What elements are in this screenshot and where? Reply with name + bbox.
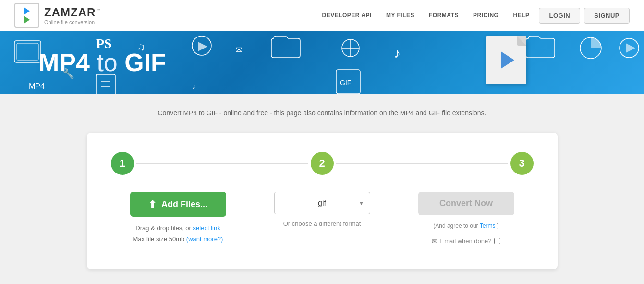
file-shape	[486, 36, 526, 84]
svg-rect-1	[17, 43, 38, 60]
step-3-terms: (And agree to our Terms )	[433, 221, 499, 232]
svg-point-12	[580, 37, 601, 59]
banner-title: MP4 to GIF	[38, 48, 166, 77]
step-2-circle: 2	[311, 152, 334, 175]
format-select[interactable]: gif mp4 avi mov wmv png jpg bmp	[274, 192, 370, 214]
svg-marker-5	[198, 42, 207, 51]
svg-marker-14	[626, 43, 635, 53]
svg-text:♪: ♪	[192, 82, 196, 90]
svg-text:♪: ♪	[394, 46, 401, 61]
svg-point-4	[192, 36, 211, 55]
terms-close: )	[497, 222, 499, 229]
step-3-circle: 3	[510, 152, 534, 175]
svg-rect-20	[336, 70, 360, 94]
svg-text:MP4: MP4	[29, 82, 45, 90]
step-1-panel: ⬆ Add Files... Drag & drop files, or sel…	[111, 192, 245, 245]
drag-drop-text: Drag & drop files, or	[135, 224, 191, 232]
svg-point-7	[342, 39, 359, 57]
email-checkbox[interactable]	[494, 238, 500, 244]
banner-file-icon	[486, 36, 538, 89]
conversion-box: 1 2 3 ⬆ Add Files... Drag & drop files, …	[87, 133, 558, 269]
email-row: ✉ Email when done?	[432, 237, 501, 245]
logo-tagline: Online file conversion	[44, 19, 101, 25]
description-text: Convert MP4 to GIF - online and free - t…	[19, 108, 625, 118]
logo-arrows	[24, 7, 30, 24]
main-content: Convert MP4 to GIF - online and free - t…	[0, 94, 644, 284]
select-link[interactable]: select link	[193, 224, 220, 232]
upload-icon: ⬆	[148, 198, 157, 210]
add-files-label: Add Files...	[161, 199, 207, 210]
svg-rect-16	[96, 74, 115, 94]
arrow-bottom-icon	[24, 16, 30, 24]
choose-format-hint: Or choose a different format	[283, 220, 361, 227]
svg-point-13	[620, 38, 639, 58]
svg-text:GIF: GIF	[340, 79, 351, 86]
want-more-link[interactable]: (want more?)	[186, 235, 223, 243]
nav-my-files[interactable]: MY FILES	[386, 12, 414, 19]
logo-name: ZAMZAR™	[44, 6, 101, 19]
svg-text:✉: ✉	[235, 45, 243, 55]
logo-icon	[14, 3, 39, 28]
login-button[interactable]: LOGIN	[539, 8, 580, 24]
nav-developer-api[interactable]: DEVELOPER API	[322, 12, 371, 19]
step-line-2	[336, 163, 508, 164]
convert-now-button[interactable]: Convert Now	[418, 192, 514, 215]
terms-link[interactable]: Terms	[480, 222, 496, 229]
file-corner	[517, 36, 526, 46]
email-icon: ✉	[432, 237, 437, 245]
banner: PS ♫ ✉ ♪ 🔧 MP4 ♪ GIF MP4 to GIF	[0, 31, 644, 94]
header: ZAMZAR™ Online file conversion DEVELOPER…	[0, 0, 644, 31]
step-2-panel: gif mp4 avi mov wmv png jpg bmp ▼ Or cho…	[255, 192, 389, 227]
format-select-wrap: gif mp4 avi mov wmv png jpg bmp ▼	[274, 192, 370, 214]
steps-row: 1 2 3	[111, 152, 534, 175]
nav-pricing[interactable]: PRICING	[473, 12, 499, 19]
logo-text: ZAMZAR™ Online file conversion	[44, 6, 101, 25]
arrow-top-icon	[24, 7, 30, 15]
terms-text: (And agree to our	[433, 222, 478, 229]
steps-content: ⬆ Add Files... Drag & drop files, or sel…	[111, 192, 534, 245]
email-label: Email when done?	[440, 237, 492, 245]
nav-help[interactable]: HELP	[513, 12, 529, 19]
step-1-circle: 1	[111, 152, 134, 175]
nav-links: DEVELOPER API MY FILES FORMATS PRICING H…	[322, 12, 529, 19]
max-size-text: Max file size 50mb	[133, 235, 185, 243]
step-3-panel: Convert Now (And agree to our Terms ) ✉ …	[399, 192, 534, 245]
signup-button[interactable]: SIGNUP	[584, 8, 630, 24]
step-1-hint: Drag & drop files, or select link Max fi…	[133, 222, 223, 245]
nav-formats[interactable]: FORMATS	[429, 12, 459, 19]
file-play-icon	[501, 51, 514, 69]
svg-rect-0	[14, 41, 41, 62]
step-line-1	[136, 163, 308, 164]
logo-area: ZAMZAR™ Online file conversion	[14, 3, 101, 28]
add-files-button[interactable]: ⬆ Add Files...	[130, 192, 226, 217]
auth-buttons: LOGIN SIGNUP	[539, 8, 630, 24]
